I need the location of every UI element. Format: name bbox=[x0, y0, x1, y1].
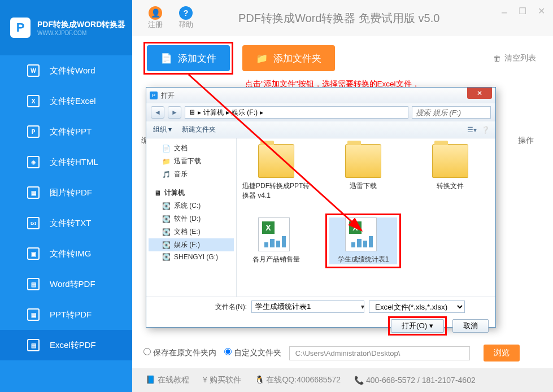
sidebar-item-txt[interactable]: txt文件转TXT bbox=[0, 208, 132, 238]
file-list: 迅捷PDF转换成PPT转换器 v4.1 迅雷下载 转换文件 各月产品销售量 学生… bbox=[237, 138, 495, 297]
sidebar-item-file2img[interactable]: ▣文件转IMG bbox=[0, 238, 132, 269]
file-filter-select[interactable]: Excel文件(*.xls,*.xlsx) bbox=[369, 300, 465, 313]
titlebar: 👤注册 ?帮助 PDF转换成Word转换器 免费试用版 v5.0 ⎽ ☐ ✕ bbox=[132, 0, 553, 36]
sidebar-item-img2pdf[interactable]: ▤图片转PDF bbox=[0, 177, 132, 208]
img-icon: ▣ bbox=[27, 247, 40, 260]
add-folder-button[interactable]: 📁 添加文件夹 bbox=[242, 45, 335, 71]
help-button[interactable]: ?帮助 bbox=[178, 6, 193, 30]
qq-link[interactable]: 🐧 在线QQ:4006685572 bbox=[255, 375, 341, 385]
toolbar: 📄 添加文件 📁 添加文件夹 🗑 清空列表 bbox=[132, 36, 553, 80]
tree-drive-c[interactable]: 💽 系统 (C:) bbox=[149, 199, 234, 212]
close-icon[interactable]: ✕ bbox=[538, 6, 545, 16]
folder-tree: 📄 文档 📁 迅雷下载 🎵 音乐 🖥 计算机 💽 系统 (C:) 💽 软件 (D… bbox=[146, 138, 237, 297]
folder-icon: 📁 bbox=[256, 53, 268, 64]
sidebar-item-ppt[interactable]: P文件转PPT bbox=[0, 116, 132, 147]
file-folder-1[interactable]: 迅捷PDF转换成PPT转换器 v4.1 bbox=[242, 144, 310, 201]
tree-drive-g[interactable]: 💽 SHENGYI (G:) bbox=[149, 251, 234, 263]
maximize-icon[interactable]: ☐ bbox=[519, 6, 526, 16]
dialog-footer: 文件名(N): ▾ Excel文件(*.xls,*.xlsx) 打开(O) ▾ … bbox=[146, 297, 495, 328]
html-icon: ⊕ bbox=[27, 156, 40, 168]
custom-folder-radio[interactable]: 自定义文件夹 bbox=[224, 348, 281, 358]
clear-list-button[interactable]: 🗑 清空列表 bbox=[493, 53, 536, 63]
file-folder-2[interactable]: 迅雷下载 bbox=[329, 144, 397, 201]
footer: 📘 在线教程 ¥ 购买软件 🐧 在线QQ:4006685572 📞 400-66… bbox=[132, 368, 553, 392]
register-button[interactable]: 👤注册 bbox=[148, 6, 163, 30]
file-folder-3[interactable]: 转换文件 bbox=[416, 144, 484, 201]
sidebar-item-word[interactable]: W文件转Word bbox=[0, 55, 132, 86]
image-icon: ▤ bbox=[27, 186, 40, 199]
tree-drive-e[interactable]: 💽 文档 (E:) bbox=[149, 225, 234, 238]
search-input[interactable] bbox=[412, 106, 491, 119]
cancel-button[interactable]: 取消 bbox=[452, 319, 489, 333]
sidebar-item-excel2pdf[interactable]: ▤Excel转PDF bbox=[0, 330, 132, 360]
pdf-icon: ▤ bbox=[27, 278, 40, 290]
sidebar-header: P PDF转换成WORD转换器 WWW.XJPDF.COM bbox=[0, 0, 132, 55]
dialog-close-button[interactable]: ✕ bbox=[467, 88, 492, 99]
trash-icon: 🗑 bbox=[493, 54, 501, 63]
open-dialog: P 打开 ✕ ◄ ► 🖥 ▸ 计算机 ▸ 娱乐 (F:) ▸ 组织 ▾ 新建文件… bbox=[146, 87, 496, 328]
word-icon: W bbox=[27, 64, 40, 77]
view-button[interactable]: ☰▾ bbox=[467, 126, 477, 134]
pdf-icon: ▤ bbox=[27, 339, 40, 351]
sidebar-item-excel[interactable]: X文件转Excel bbox=[0, 86, 132, 116]
document-icon: 📄 bbox=[160, 53, 172, 64]
filename-input[interactable] bbox=[251, 300, 364, 313]
file-excel-2[interactable]: 学生成绩统计表1 bbox=[329, 217, 397, 264]
help-icon: ? bbox=[179, 6, 193, 20]
user-icon: 👤 bbox=[149, 6, 162, 20]
tree-drive-f[interactable]: 💽 娱乐 (F:) bbox=[149, 238, 234, 251]
window-title: PDF转换成Word转换器 免费试用版 v5.0 bbox=[238, 11, 439, 26]
output-path: C:\Users\Administrator\Desktop\ bbox=[289, 346, 470, 360]
help-icon[interactable]: ❔ bbox=[481, 126, 490, 134]
keep-original-radio[interactable]: 保存在原文件夹内 bbox=[143, 348, 216, 358]
tree-xunlei[interactable]: 📁 迅雷下载 bbox=[149, 155, 234, 168]
app-icon: P bbox=[150, 92, 158, 99]
window-controls: ⎽ ☐ ✕ bbox=[502, 6, 545, 16]
open-button[interactable]: 打开(O) ▾ bbox=[391, 319, 444, 333]
add-file-button[interactable]: 📄 添加文件 bbox=[147, 45, 230, 71]
output-row: 保存在原文件夹内 自定义文件夹 C:\Users\Administrator\D… bbox=[143, 345, 553, 361]
app-url: WWW.XJPDF.COM bbox=[37, 30, 125, 36]
dialog-titlebar: P 打开 ✕ bbox=[146, 88, 495, 103]
sidebar-item-ppt2pdf[interactable]: ▤PPT转PDF bbox=[0, 299, 132, 330]
back-button[interactable]: ◄ bbox=[151, 106, 164, 119]
new-folder-button[interactable]: 新建文件夹 bbox=[182, 125, 216, 134]
buy-link[interactable]: ¥ 购买软件 bbox=[203, 375, 241, 385]
txt-icon: txt bbox=[27, 217, 40, 229]
sidebar-item-word2pdf[interactable]: ▤Word转PDF bbox=[0, 269, 132, 299]
forward-button[interactable]: ► bbox=[168, 106, 181, 119]
phone-text: 📞 400-668-5572 / 181-2107-4602 bbox=[354, 376, 476, 385]
tree-music[interactable]: 🎵 音乐 bbox=[149, 168, 234, 181]
dialog-toolbar: 组织 ▾ 新建文件夹 ☰▾ ❔ bbox=[146, 121, 495, 138]
tree-documents[interactable]: 📄 文档 bbox=[149, 142, 234, 155]
highlight-add-file: 📄 添加文件 bbox=[143, 42, 233, 75]
app-title: PDF转换成WORD转换器 bbox=[37, 20, 125, 30]
address-bar[interactable]: 🖥 ▸ 计算机 ▸ 娱乐 (F:) ▸ bbox=[185, 106, 408, 119]
filename-label: 文件名(N): bbox=[215, 302, 247, 312]
minimize-icon[interactable]: ⎽ bbox=[502, 6, 507, 16]
app-logo-icon: P bbox=[10, 18, 31, 38]
excel-icon: X bbox=[27, 95, 40, 107]
ppt-icon: P bbox=[27, 125, 40, 138]
dialog-navbar: ◄ ► 🖥 ▸ 计算机 ▸ 娱乐 (F:) ▸ bbox=[146, 103, 495, 121]
sidebar-item-html[interactable]: ⊕文件转HTML bbox=[0, 147, 132, 177]
tutorial-link[interactable]: 📘 在线教程 bbox=[146, 375, 189, 385]
sidebar: P PDF转换成WORD转换器 WWW.XJPDF.COM W文件转Word X… bbox=[0, 0, 132, 392]
highlight-open: 打开(O) ▾ bbox=[388, 316, 447, 336]
file-excel-1[interactable]: 各月产品销售量 bbox=[242, 217, 310, 264]
tree-drive-d[interactable]: 💽 软件 (D:) bbox=[149, 212, 234, 225]
pdf-icon: ▤ bbox=[27, 308, 40, 321]
tree-computer[interactable]: 🖥 计算机 bbox=[149, 186, 234, 199]
computer-icon: 🖥 bbox=[189, 108, 195, 116]
browse-button[interactable]: 浏览 bbox=[484, 345, 520, 361]
organize-menu[interactable]: 组织 ▾ bbox=[153, 125, 172, 134]
